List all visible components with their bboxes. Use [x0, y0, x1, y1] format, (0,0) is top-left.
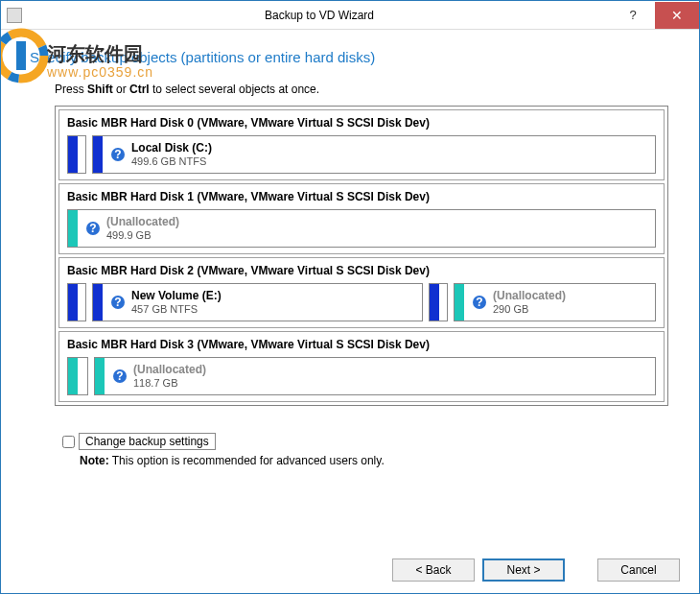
partition-bar [93, 284, 103, 321]
partition-system-reserved[interactable] [67, 283, 86, 321]
partition-name: (Unallocated) [133, 363, 206, 376]
disk-3[interactable]: Basic MBR Hard Disk 3 (VMware, VMware Vi… [58, 331, 665, 402]
disk-list: Basic MBR Hard Disk 0 (VMware, VMware Vi… [55, 106, 668, 406]
svg-text:?: ? [114, 296, 121, 309]
partition-row: ? (Unallocated) 118.7 GB [67, 357, 656, 395]
back-button[interactable]: < Back [392, 558, 475, 582]
partition-name: New Volume (E:) [131, 289, 222, 302]
partition-row: ? Local Disk (C:) 499.6 GB NTFS [67, 135, 656, 174]
svg-text:?: ? [116, 369, 123, 383]
partition-bar [430, 284, 439, 321]
partition-local-disk-c[interactable]: ? Local Disk (C:) 499.6 GB NTFS [92, 135, 656, 174]
help-icon: ? [472, 295, 487, 310]
partition-info: ? Local Disk (C:) 499.6 GB NTFS [103, 141, 220, 168]
partition-text: (Unallocated) 290 GB [493, 289, 566, 316]
partition-unallocated[interactable]: ? (Unallocated) 499.9 GB [67, 209, 656, 248]
instruction-text: Press Shift or Ctrl to select several ob… [55, 83, 670, 96]
partition-text: New Volume (E:) 457 GB NTFS [131, 289, 222, 316]
partition-bar [93, 136, 103, 173]
partition-unallocated[interactable]: ? (Unallocated) 290 GB [454, 283, 656, 321]
button-gap [572, 558, 590, 582]
partition-bar [68, 210, 78, 247]
partition-name: (Unallocated) [493, 289, 566, 302]
help-icon: ? [85, 221, 101, 236]
help-icon: ? [110, 147, 126, 162]
change-backup-settings-label[interactable]: Change backup settings [79, 433, 216, 450]
partition-size: 457 GB NTFS [131, 302, 222, 316]
disk-title: Basic MBR Hard Disk 2 (VMware, VMware Vi… [67, 264, 656, 277]
change-backup-settings-checkbox[interactable] [62, 436, 75, 448]
partition-name: (Unallocated) [106, 215, 179, 228]
partition-row: ? (Unallocated) 499.9 GB [67, 209, 656, 248]
window-buttons: ? ✕ [611, 2, 699, 29]
partition-small[interactable] [429, 283, 448, 321]
partition-text: (Unallocated) 499.9 GB [106, 215, 179, 242]
partition-bar [68, 136, 78, 173]
help-button[interactable]: ? [611, 2, 655, 29]
svg-text:?: ? [114, 148, 121, 161]
partition-row: ? New Volume (E:) 457 GB NTFS ? (Unalloc… [67, 283, 656, 321]
partition-small[interactable] [67, 357, 88, 395]
disk-title: Basic MBR Hard Disk 1 (VMware, VMware Vi… [67, 190, 656, 203]
help-icon: ? [112, 368, 128, 384]
partition-info: ? New Volume (E:) 457 GB NTFS [103, 289, 229, 316]
partition-new-volume-e[interactable]: ? New Volume (E:) 457 GB NTFS [92, 283, 423, 321]
partition-size: 118.7 GB [133, 376, 206, 390]
partition-info: ? (Unallocated) 499.9 GB [78, 215, 187, 242]
svg-text:?: ? [89, 222, 96, 235]
svg-text:?: ? [476, 296, 482, 309]
partition-bar [455, 284, 464, 321]
advanced-row: Change backup settings [62, 433, 670, 450]
partition-unallocated[interactable]: ? (Unallocated) 118.7 GB [94, 357, 656, 395]
close-button[interactable]: ✕ [655, 2, 699, 29]
next-button[interactable]: Next > [482, 558, 565, 582]
partition-info: ? (Unallocated) 118.7 GB [105, 363, 214, 390]
disk-0[interactable]: Basic MBR Hard Disk 0 (VMware, VMware Vi… [58, 109, 665, 180]
app-icon [7, 8, 22, 23]
disk-title: Basic MBR Hard Disk 0 (VMware, VMware Vi… [67, 116, 656, 130]
disk-2[interactable]: Basic MBR Hard Disk 2 (VMware, VMware Vi… [58, 257, 665, 328]
disk-1[interactable]: Basic MBR Hard Disk 1 (VMware, VMware Vi… [58, 183, 665, 254]
cancel-button[interactable]: Cancel [597, 558, 680, 582]
partition-text: (Unallocated) 118.7 GB [133, 363, 206, 390]
wizard-content: Specify backup objects (partitions or en… [1, 30, 699, 477]
partition-bar [95, 358, 105, 394]
partition-bar [68, 358, 78, 394]
partition-size: 499.6 GB NTFS [131, 154, 212, 168]
partition-text: Local Disk (C:) 499.6 GB NTFS [131, 141, 212, 168]
disk-title: Basic MBR Hard Disk 3 (VMware, VMware Vi… [67, 338, 656, 351]
partition-bar [68, 284, 78, 321]
partition-name: Local Disk (C:) [131, 141, 212, 154]
window-title: Backup to VD Wizard [28, 9, 611, 22]
note-text: Note: This option is recommended for adv… [80, 454, 670, 467]
titlebar: Backup to VD Wizard ? ✕ [1, 1, 699, 30]
partition-size: 290 GB [493, 302, 566, 316]
partition-size: 499.9 GB [106, 228, 179, 242]
help-icon: ? [110, 295, 126, 310]
footer-buttons: < Back Next > Cancel [392, 558, 680, 582]
page-heading: Specify backup objects (partitions or en… [30, 49, 670, 65]
partition-info: ? (Unallocated) 290 GB [464, 289, 573, 316]
partition-system-reserved[interactable] [67, 135, 86, 174]
